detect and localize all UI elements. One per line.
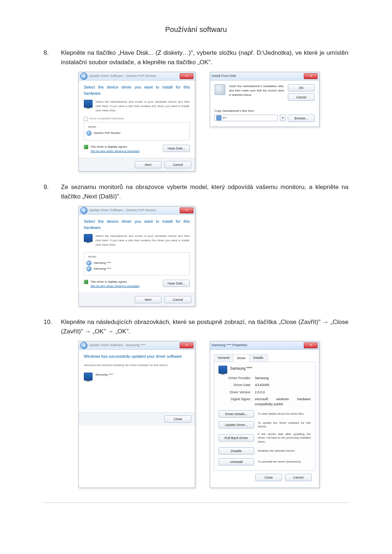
cancel-button[interactable]: Cancel <box>164 296 191 303</box>
back-icon[interactable]: ◄ <box>80 342 87 349</box>
list-item[interactable]: Samsung **** <box>86 266 187 271</box>
list-item[interactable]: Samsung **** <box>86 260 187 266</box>
close-button[interactable]: Close <box>255 474 282 481</box>
btn-desc: To uninstall the driver (Advanced). <box>258 460 311 464</box>
cert-icon <box>86 260 91 266</box>
monitor-icon <box>219 366 227 374</box>
monitor-icon <box>84 100 93 108</box>
step-9-text: Ze seznamu monitorů na obrazovce vyberte… <box>61 184 348 200</box>
model-name: Samsung **** <box>94 267 111 271</box>
cancel-button[interactable]: Cancel <box>288 94 315 101</box>
tab-general[interactable]: General <box>214 354 233 362</box>
screenshot-driver-properties: Samsung **** Properties ✕ General Driver… <box>210 341 319 488</box>
kv-value: 2.0.0.0 <box>255 390 311 395</box>
close-icon[interactable]: ✕ <box>180 73 193 79</box>
dialog-hint: Select the manufacturer and model of you… <box>95 234 190 247</box>
step-10: Klepněte na následujících obrazovkách, k… <box>44 317 348 488</box>
btn-desc: To view details about the driver files. <box>258 412 311 416</box>
cert-icon <box>86 266 91 271</box>
rollback-driver-button[interactable]: Roll Back Driver <box>219 434 254 442</box>
checkbox[interactable] <box>84 117 88 121</box>
close-icon[interactable]: ✕ <box>304 342 318 348</box>
list-item[interactable]: Generic PnP Monitor <box>86 131 187 136</box>
page-rule <box>44 502 348 503</box>
window-title: Update Driver Software - Generic PnP Mon… <box>89 208 156 213</box>
model-group-label: Model <box>87 255 97 259</box>
dialog-hint: Select the manufacturer and model of you… <box>95 100 190 113</box>
window-title: Update Driver Software - Samsung **** <box>89 343 146 348</box>
dialog-heading: Select the device driver you want to ins… <box>84 84 190 96</box>
cancel-button[interactable]: Cancel <box>164 161 191 168</box>
step-8-text: Klepněte na tlačítko „Have Disk... (Z di… <box>61 49 348 66</box>
signing-info-link[interactable]: Tell me why driver signing is important <box>90 149 139 153</box>
screenshot-select-model: ◄ Update Driver Software - Generic PnP M… <box>78 206 195 307</box>
screenshot-update-success: ◄ Update Driver Software - Samsung **** … <box>78 341 195 488</box>
shield-icon <box>84 145 88 149</box>
signed-text: This driver is digitally signed. <box>90 280 139 284</box>
close-button[interactable]: Close <box>164 415 191 423</box>
tab-driver[interactable]: Driver <box>233 354 250 362</box>
have-disk-button[interactable]: Have Disk... <box>163 145 190 152</box>
kv-value: microsoft windows hardware compatibility… <box>255 397 311 407</box>
window-title: Update Driver Software - Generic PnP Mon… <box>89 74 156 79</box>
dropdown-icon[interactable]: ▾ <box>280 115 286 121</box>
update-driver-button[interactable]: Update Driver... <box>219 421 254 428</box>
kv-key: Digital Signer: <box>219 397 255 407</box>
back-icon[interactable]: ◄ <box>80 73 87 80</box>
btn-desc: To update the driver software for this d… <box>258 421 311 429</box>
dialog-heading: Select the device driver you want to ins… <box>84 218 190 230</box>
disable-button[interactable]: Disable <box>219 447 254 455</box>
device-name: Samsung **** <box>95 373 113 377</box>
drive-icon <box>216 115 221 120</box>
back-icon[interactable]: ◄ <box>80 207 87 214</box>
screenshot-install-from-disk: Install From Disk ✕ Insert the manufactu… <box>210 72 319 127</box>
disk-icon <box>215 84 225 95</box>
next-button[interactable]: Next <box>135 296 162 303</box>
model-name: Samsung **** <box>94 261 111 265</box>
btn-desc: If the device fails after updating the d… <box>258 432 311 444</box>
step-9: Ze seznamu monitorů na obrazovce vyberte… <box>44 182 348 307</box>
cancel-button[interactable]: Cancel <box>285 474 312 481</box>
monitor-icon <box>84 234 93 242</box>
monitor-icon <box>84 373 93 381</box>
kv-value: Samsung <box>255 376 311 381</box>
dialog-heading: Windows has successfully updated your dr… <box>84 353 190 360</box>
step-10-text: Klepněte na následujících obrazovkách, k… <box>61 319 348 335</box>
window-title: Samsung **** Properties <box>212 343 247 348</box>
path-input[interactable]: D:\ <box>215 115 278 121</box>
success-hint: Windows has finished installing the driv… <box>84 363 190 368</box>
show-compatible-label: Show compatible hardware <box>89 116 124 121</box>
cert-icon <box>86 131 91 136</box>
page-title: Používání softwaru <box>44 25 348 34</box>
kv-key: Driver Provider: <box>219 376 255 381</box>
uninstall-button[interactable]: Uninstall <box>219 458 254 465</box>
tab-details[interactable]: Details <box>249 354 268 362</box>
model-name: Generic PnP Monitor <box>94 131 121 135</box>
path-value: D:\ <box>223 116 226 120</box>
btn-desc: Disables the selected device. <box>258 449 311 453</box>
step-8: Klepněte na tlačítko „Have Disk... (Z di… <box>44 48 348 172</box>
browse-button[interactable]: Browse... <box>288 115 315 122</box>
close-icon[interactable]: ✕ <box>304 73 318 79</box>
ifd-text: Insert the manufacturer's installation d… <box>229 84 284 101</box>
kv-value: 4/14/2005 <box>255 383 311 388</box>
kv-key: Driver Version: <box>219 390 255 395</box>
device-name: Samsung **** <box>230 366 252 371</box>
copy-from-label: Copy manufacturer's files from: <box>215 109 315 113</box>
next-button[interactable]: Next <box>135 161 162 168</box>
window-title: Install From Disk <box>212 74 236 79</box>
driver-details-button[interactable]: Driver Details... <box>219 410 254 418</box>
signing-info-link[interactable]: Tell me why driver signing is important <box>90 284 139 288</box>
kv-key: Driver Date: <box>219 383 255 388</box>
ok-button[interactable]: OK <box>288 84 315 91</box>
shield-icon <box>84 280 88 284</box>
close-icon[interactable]: ✕ <box>180 342 193 348</box>
close-icon[interactable]: ✕ <box>180 208 193 213</box>
model-group-label: Model <box>87 125 97 129</box>
signed-text: This driver is digitally signed. <box>90 145 139 149</box>
have-disk-button[interactable]: Have Disk... <box>163 280 190 287</box>
screenshot-update-driver-havedisk: ◄ Update Driver Software - Generic PnP M… <box>78 72 195 172</box>
